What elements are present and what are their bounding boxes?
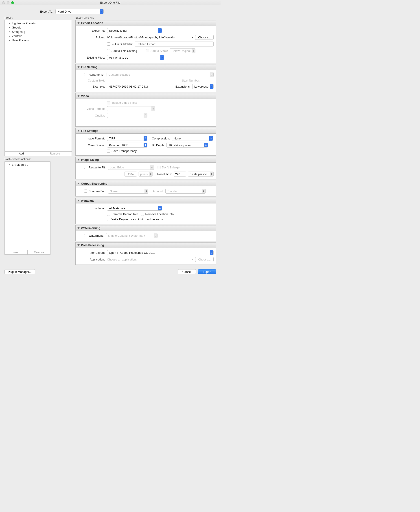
add-catalog-checkbox[interactable] — [107, 49, 110, 52]
preset-item[interactable]: Zenfolio — [5, 34, 72, 38]
application-dropdown[interactable] — [192, 259, 193, 260]
extensions-select[interactable]: Lowercase — [192, 84, 214, 89]
panel-metadata: Metadata Include: All Metadata Remove Pe… — [75, 198, 216, 224]
postproc-actions-label: Post-Process Actions: — [5, 158, 72, 161]
cancel-button[interactable]: Cancel — [178, 269, 196, 274]
write-keywords-label: Write Keywords as Lightroom Hierarchy — [112, 217, 163, 221]
chevron-down-icon — [77, 200, 80, 202]
remove-person-label: Remove Person Info — [112, 212, 138, 216]
rename-checkbox[interactable] — [84, 73, 87, 76]
application-placeholder: Choose an application... — [107, 258, 190, 261]
video-quality-select — [107, 113, 147, 118]
export-to-select[interactable]: Hard Drive — [55, 9, 104, 14]
panel-head[interactable]: Post-Processing — [76, 242, 216, 248]
bitdepth-select[interactable]: 16 bits/component — [166, 143, 208, 147]
choose-app-button: Choose... — [195, 257, 214, 262]
amount-label: Amount: — [153, 190, 164, 193]
remove-action-button[interactable]: Remove — [28, 250, 51, 255]
after-export-select[interactable]: Open in Adobe Photoshop CC 2018 — [107, 250, 214, 255]
titlebar: Export One File — [0, 0, 221, 5]
resolution-unit-select[interactable]: pixels per inch — [188, 171, 214, 177]
export-to-value: Hard Drive — [57, 10, 71, 13]
sharpen-checkbox[interactable] — [84, 190, 87, 193]
dimension-input — [125, 171, 137, 177]
application-label: Application: — [78, 258, 105, 261]
chevron-down-icon — [77, 183, 80, 184]
colorspace-select[interactable]: ProPhoto RGB — [107, 143, 147, 147]
plugin-manager-button[interactable]: Plug-in Manager... — [5, 269, 35, 274]
zoom-icon[interactable] — [11, 1, 14, 4]
stack-select: Below Original — [170, 48, 195, 53]
include-video-label: Include Video Files: — [112, 101, 137, 104]
dimension-unit-select: pixels — [138, 171, 153, 177]
export-button[interactable]: Export — [198, 269, 216, 274]
preset-item[interactable]: Google — [5, 25, 72, 30]
panel-video: Video Include Video Files: Video Format:… — [75, 93, 216, 127]
image-format-select[interactable]: TIFF — [107, 136, 147, 141]
folder-history-dropdown[interactable] — [192, 37, 193, 38]
remove-person-checkbox[interactable] — [107, 213, 110, 216]
resolution-label: Resolution: — [157, 172, 172, 176]
example-label: Example: — [78, 85, 105, 88]
existing-files-select[interactable]: Ask what to do — [107, 55, 164, 60]
add-preset-button[interactable]: Add — [5, 151, 38, 156]
resolution-input[interactable] — [174, 171, 186, 177]
panel-head[interactable]: Export Location — [76, 20, 216, 26]
insert-action-button[interactable]: Insert — [5, 250, 28, 255]
panel-head[interactable]: Video — [76, 93, 216, 99]
panel-head[interactable]: Output Sharpening — [76, 181, 216, 186]
choose-folder-button[interactable]: Choose... — [195, 35, 214, 40]
export-folder-select[interactable]: Specific folder — [107, 28, 162, 33]
resize-type-select: Long Edge — [108, 165, 154, 170]
postproc-item[interactable]: LR/Mogrify 2 — [5, 163, 50, 167]
bitdepth-label: Bit Depth: — [152, 143, 165, 147]
extensions-label: Extensions: — [175, 85, 190, 88]
dont-enlarge-label: Don't Enlarge — [162, 166, 180, 169]
subfolder-input[interactable] — [135, 42, 214, 47]
preset-label: Preset: — [5, 16, 72, 19]
panel-watermarking: Watermarking Watermark: Simple Copyright… — [75, 225, 216, 241]
custom-text-label: Custom Text: — [78, 79, 105, 82]
add-stack-checkbox — [146, 49, 149, 52]
panel-head[interactable]: Image Sizing — [76, 157, 216, 163]
chevron-down-icon — [77, 95, 80, 97]
panel-head[interactable]: File Naming — [76, 64, 216, 70]
image-format-label: Image Format: — [78, 137, 105, 140]
remove-location-checkbox[interactable] — [141, 213, 144, 216]
rename-to-label: Rename To: — [89, 73, 104, 76]
preset-item[interactable]: Lightroom Presets — [5, 21, 72, 25]
video-format-label: Video Format: — [78, 107, 105, 110]
panel-head[interactable]: File Settings — [76, 128, 216, 134]
resize-checkbox[interactable] — [84, 166, 87, 169]
compression-label: Compression: — [152, 137, 170, 140]
start-number-label: Start Number: — [182, 79, 200, 82]
subfolder-checkbox[interactable] — [107, 42, 110, 46]
sharpen-amount-select: Standard — [165, 189, 206, 194]
panel-head[interactable]: Watermarking — [76, 225, 216, 231]
metadata-include-select[interactable]: All Metadata — [107, 206, 162, 211]
panel-post-processing: Post-Processing After Export: Open in Ad… — [75, 242, 216, 265]
panel-file-settings: File Settings Image Format: TIFF Compres… — [75, 128, 216, 156]
video-quality-label: Quality: — [78, 114, 105, 117]
remove-location-label: Remove Location Info — [145, 212, 174, 216]
close-icon[interactable] — [2, 1, 5, 4]
postproc-list[interactable]: LR/Mogrify 2 — [5, 162, 51, 250]
export-to-label: Export To: — [38, 10, 53, 13]
export-to-label: Export To: — [78, 29, 105, 32]
chevron-down-icon — [77, 227, 80, 229]
subfolder-label: Put in Subfolder: — [112, 42, 133, 46]
disclosure-icon — [9, 164, 10, 166]
panel-head[interactable]: Metadata — [76, 198, 216, 203]
remove-preset-button[interactable]: Remove — [38, 151, 72, 156]
preset-list[interactable]: Lightroom Presets Google Smugmug Zenfoli… — [5, 20, 72, 151]
minimize-icon[interactable] — [7, 1, 9, 4]
colorspace-label: Color Space: — [78, 143, 105, 147]
disclosure-icon — [9, 31, 10, 33]
save-transparency-checkbox[interactable] — [107, 150, 110, 153]
watermark-checkbox[interactable] — [84, 234, 87, 237]
window-title: Export One File — [0, 1, 221, 4]
preset-item[interactable]: User Presets — [5, 38, 72, 42]
preset-item[interactable]: Smugmug — [5, 30, 72, 34]
write-keywords-checkbox[interactable] — [107, 218, 110, 221]
compression-select[interactable]: None — [172, 136, 213, 141]
